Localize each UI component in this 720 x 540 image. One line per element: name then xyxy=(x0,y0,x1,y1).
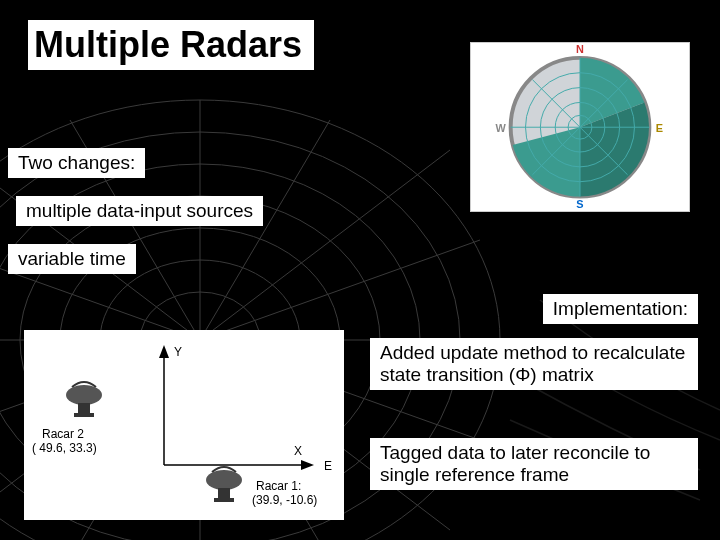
bullet-tagged-data: Tagged data to later reconcile to single… xyxy=(370,438,698,490)
svg-rect-33 xyxy=(214,498,234,502)
compass-s: S xyxy=(576,198,583,210)
bullet-implementation: Implementation: xyxy=(543,294,698,324)
compass-n: N xyxy=(576,43,584,55)
bullet-update-method: Added update method to recalculate state… xyxy=(370,338,698,390)
radar2-name: Racar 2 xyxy=(42,427,84,441)
svg-rect-30 xyxy=(74,413,94,417)
svg-point-31 xyxy=(206,470,242,490)
radar-positions-figure: Y X E Racar 2 ( 49.6, 33.3) Racar 1: (39… xyxy=(24,330,344,520)
radar1-name: Racar 1: xyxy=(256,479,301,493)
compass-w: W xyxy=(496,122,507,134)
radar1-coords: (39.9, -10.6) xyxy=(252,493,317,507)
bullet-multi-input: multiple data-input sources xyxy=(16,196,263,226)
svg-rect-29 xyxy=(78,403,90,413)
east-marker: E xyxy=(324,459,332,473)
bullet-two-changes: Two changes: xyxy=(8,148,145,178)
svg-rect-32 xyxy=(218,488,230,498)
svg-point-28 xyxy=(66,385,102,405)
axis-y-label: Y xyxy=(174,345,182,359)
radar2-coords: ( 49.6, 33.3) xyxy=(32,441,97,455)
bullet-variable-time: variable time xyxy=(8,244,136,274)
axis-x-label: X xyxy=(294,444,302,458)
compass-e: E xyxy=(656,122,663,134)
svg-marker-27 xyxy=(301,460,314,470)
radar-scope-figure: N S E W xyxy=(470,42,690,212)
slide-title: Multiple Radars xyxy=(28,20,314,70)
svg-marker-26 xyxy=(159,345,169,358)
